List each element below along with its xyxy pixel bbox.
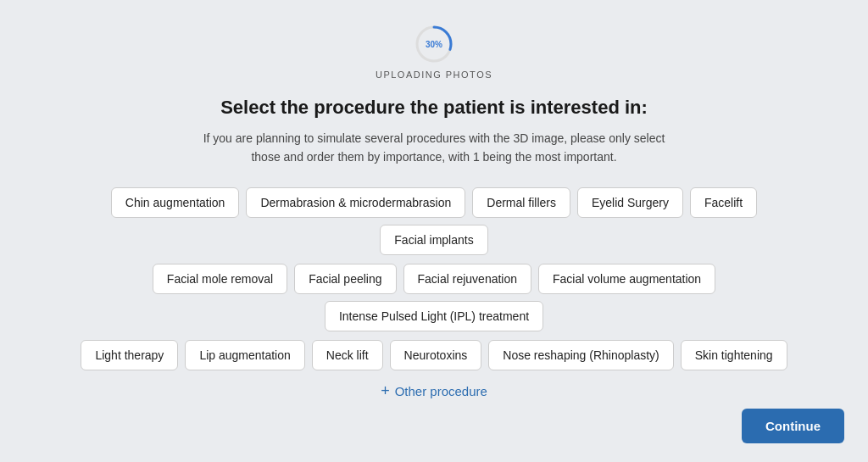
upload-progress-circle: 30% xyxy=(414,24,454,64)
procedure-row-1: Chin augmentation Dermabrasion & microde… xyxy=(70,187,798,255)
main-content: Select the procedure the patient is inte… xyxy=(53,97,815,400)
page-title: Select the procedure the patient is inte… xyxy=(220,97,648,119)
procedure-facial-peeling[interactable]: Facial peeling xyxy=(294,264,396,294)
procedure-light-therapy[interactable]: Light therapy xyxy=(81,340,178,370)
procedure-ipl-treatment[interactable]: Intense Pulsed Light (IPL) treatment xyxy=(325,301,543,331)
procedure-dermabrasion[interactable]: Dermabrasion & microdermabrasion xyxy=(246,187,465,218)
upload-label: UPLOADING PHOTOS xyxy=(376,70,492,80)
procedure-skin-tightening[interactable]: Skin tightening xyxy=(681,340,787,370)
procedure-rows: Chin augmentation Dermabrasion & microde… xyxy=(70,187,798,370)
procedure-eyelid-surgery[interactable]: Eyelid Surgery xyxy=(577,187,683,218)
continue-button[interactable]: Continue xyxy=(742,409,844,443)
procedure-neck-lift[interactable]: Neck lift xyxy=(312,340,383,370)
upload-section: 30% UPLOADING PHOTOS xyxy=(376,24,492,80)
procedure-neurotoxins[interactable]: Neurotoxins xyxy=(390,340,482,370)
procedure-facial-mole-removal[interactable]: Facial mole removal xyxy=(153,264,287,294)
procedure-facial-rejuvenation[interactable]: Facial rejuvenation xyxy=(403,264,532,294)
page-subtitle: If you are planning to simulate several … xyxy=(203,129,665,167)
plus-icon: + xyxy=(381,382,390,400)
procedure-row-2: Facial mole removal Facial peeling Facia… xyxy=(70,264,798,331)
procedure-facial-implants[interactable]: Facial implants xyxy=(380,225,487,255)
other-procedure-label: Other procedure xyxy=(395,384,487,398)
other-procedure-button[interactable]: + Other procedure xyxy=(381,382,487,400)
procedure-dermal-fillers[interactable]: Dermal fillers xyxy=(472,187,570,218)
svg-text:30%: 30% xyxy=(426,40,442,49)
procedure-row-3: Light therapy Lip augmentation Neck lift… xyxy=(81,340,787,370)
procedure-nose-reshaping[interactable]: Nose reshaping (Rhinoplasty) xyxy=(488,340,673,370)
procedure-facial-volume-augmentation[interactable]: Facial volume augmentation xyxy=(538,264,715,294)
procedure-lip-augmentation[interactable]: Lip augmentation xyxy=(185,340,304,370)
procedure-chin-augmentation[interactable]: Chin augmentation xyxy=(111,187,240,218)
procedure-facelift[interactable]: Facelift xyxy=(690,187,757,218)
